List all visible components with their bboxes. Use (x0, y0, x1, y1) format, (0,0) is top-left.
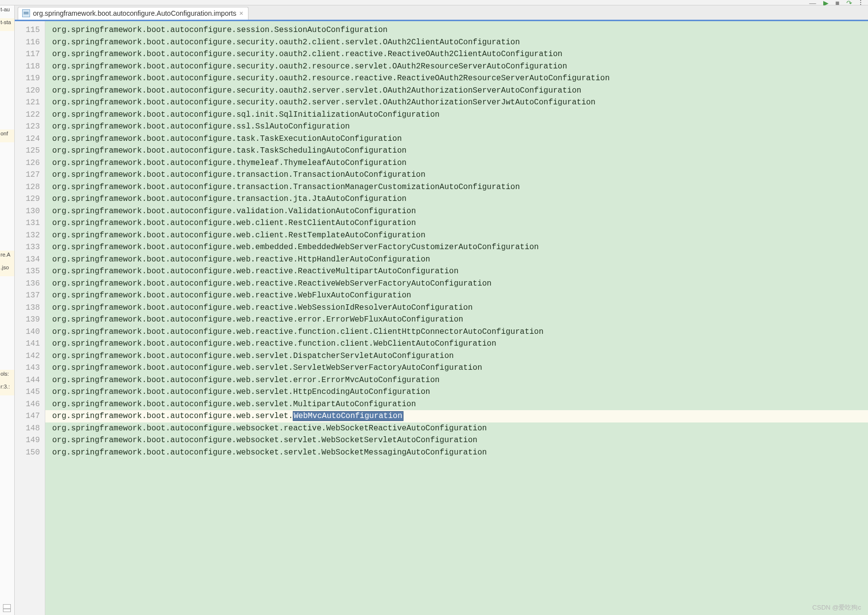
collapse-toggle-icon[interactable]: — (3, 604, 11, 612)
code-line[interactable]: org.springframework.boot.autoconfigure.w… (45, 447, 868, 459)
code-line[interactable]: org.springframework.boot.autoconfigure.w… (45, 422, 868, 435)
project-tree-fragment[interactable] (0, 31, 14, 129)
code-line[interactable]: org.springframework.boot.autoconfigure.w… (45, 338, 868, 350)
line-number[interactable]: 139 (15, 314, 45, 326)
line-number[interactable]: 150 (15, 447, 45, 459)
project-tree-fragment[interactable]: t-sta (0, 18, 14, 31)
code-line[interactable]: org.springframework.boot.autoconfigure.w… (45, 217, 868, 229)
code-line[interactable]: org.springframework.boot.autoconfigure.t… (45, 157, 868, 169)
project-tree-fragment[interactable] (0, 142, 14, 251)
code-line[interactable]: org.springframework.boot.autoconfigure.s… (45, 72, 868, 85)
line-number[interactable]: 134 (15, 254, 45, 266)
project-tree-fragment[interactable]: re.A (0, 251, 14, 263)
code-line[interactable]: org.springframework.boot.autoconfigure.t… (45, 193, 868, 205)
code-line[interactable]: org.springframework.boot.autoconfigure.w… (45, 350, 868, 362)
code-line[interactable]: org.springframework.boot.autoconfigure.w… (45, 386, 868, 398)
sync-icon[interactable]: ↷ (846, 0, 852, 5)
line-number[interactable]: 125 (15, 145, 45, 157)
code-line[interactable]: org.springframework.boot.autoconfigure.s… (45, 36, 868, 49)
code-content[interactable]: org.springframework.boot.autoconfigure.s… (45, 21, 868, 615)
code-line[interactable]: org.springframework.boot.autoconfigure.w… (45, 290, 868, 302)
line-number[interactable]: 130 (15, 205, 45, 218)
run-icon[interactable]: ▶ (823, 0, 829, 5)
code-line[interactable]: org.springframework.boot.autoconfigure.s… (45, 97, 868, 109)
line-number[interactable]: 136 (15, 278, 45, 290)
project-tree-fragment[interactable]: t-au (0, 5, 14, 18)
line-number[interactable]: 132 (15, 229, 45, 242)
code-line[interactable]: org.springframework.boot.autoconfigure.w… (45, 326, 868, 338)
line-number[interactable]: 142 (15, 350, 45, 362)
line-number[interactable]: 126 (15, 157, 45, 169)
line-number[interactable]: 133 (15, 241, 45, 254)
code-line[interactable]: org.springframework.boot.autoconfigure.w… (45, 314, 868, 326)
line-number[interactable]: 135 (15, 265, 45, 278)
editor-tab-active[interactable]: org.springframework.boot.autoconfigure.A… (18, 7, 248, 20)
line-number[interactable]: 119 (15, 72, 45, 85)
code-line[interactable]: org.springframework.boot.autoconfigure.w… (45, 434, 868, 447)
code-line[interactable]: org.springframework.boot.autoconfigure.s… (45, 85, 868, 97)
code-line[interactable]: org.springframework.boot.autoconfigure.t… (45, 145, 868, 157)
code-line[interactable]: org.springframework.boot.autoconfigure.s… (45, 48, 868, 61)
code-line[interactable]: org.springframework.boot.autoconfigure.w… (45, 229, 868, 242)
line-number[interactable]: 120 (15, 85, 45, 97)
code-line[interactable]: org.springframework.boot.autoconfigure.s… (45, 24, 868, 36)
code-line[interactable]: org.springframework.boot.autoconfigure.w… (45, 254, 868, 266)
line-number[interactable]: 144 (15, 374, 45, 387)
line-number[interactable]: 140 (15, 326, 45, 338)
close-icon[interactable]: × (239, 9, 243, 17)
line-number[interactable]: 129 (15, 193, 45, 205)
code-line[interactable]: org.springframework.boot.autoconfigure.w… (45, 278, 868, 290)
project-tree-fragment[interactable]: .jso (0, 263, 14, 276)
line-number[interactable]: 121 (15, 97, 45, 109)
project-tree-fragment[interactable]: onf (0, 129, 14, 142)
project-tool-window[interactable]: t-aut-staonfre.A.jsools:r:3.: — (0, 5, 15, 615)
code-line[interactable]: org.springframework.boot.autoconfigure.s… (45, 121, 868, 133)
code-line[interactable]: org.springframework.boot.autoconfigure.w… (45, 398, 868, 411)
project-tree-fragment[interactable]: ols: (0, 370, 14, 383)
line-number[interactable]: 145 (15, 386, 45, 398)
code-line[interactable]: org.springframework.boot.autoconfigure.v… (45, 205, 868, 218)
more-icon[interactable]: ⠇ (859, 0, 864, 5)
line-number[interactable]: 147 (15, 410, 45, 422)
code-line[interactable]: org.springframework.boot.autoconfigure.w… (45, 374, 868, 387)
project-tree-fragment[interactable] (0, 276, 14, 370)
code-line[interactable]: org.springframework.boot.autoconfigure.s… (45, 109, 868, 121)
line-number[interactable]: 127 (15, 169, 45, 181)
code-line[interactable]: org.springframework.boot.autoconfigure.w… (45, 410, 868, 422)
file-icon (22, 9, 30, 17)
line-number[interactable]: 117 (15, 48, 45, 61)
project-tree-fragment[interactable]: r:3.: (0, 383, 14, 395)
code-line[interactable]: org.springframework.boot.autoconfigure.t… (45, 169, 868, 181)
toolbar-icons: — ▶ ■ ↷ ⠇ (809, 0, 864, 5)
line-number[interactable]: 118 (15, 61, 45, 73)
line-number[interactable]: 149 (15, 434, 45, 447)
line-number[interactable]: 131 (15, 217, 45, 229)
code-line[interactable]: org.springframework.boot.autoconfigure.t… (45, 181, 868, 194)
line-number[interactable]: 141 (15, 338, 45, 350)
line-number[interactable]: 143 (15, 362, 45, 374)
code-line[interactable]: org.springframework.boot.autoconfigure.s… (45, 61, 868, 73)
tab-filename: org.springframework.boot.autoconfigure.A… (33, 9, 236, 17)
code-line[interactable]: org.springframework.boot.autoconfigure.w… (45, 265, 868, 278)
minimize-icon[interactable]: — (809, 0, 816, 5)
text-selection[interactable]: WebMvcAutoConfiguration (293, 412, 403, 421)
editor-area[interactable]: 1151161171181191201211221231241251261271… (15, 21, 868, 615)
line-number[interactable]: 146 (15, 398, 45, 411)
line-number-gutter[interactable]: 1151161171181191201211221231241251261271… (15, 21, 45, 615)
editor-tab-bar[interactable]: org.springframework.boot.autoconfigure.A… (15, 5, 868, 21)
line-number[interactable]: 122 (15, 109, 45, 121)
line-number[interactable]: 148 (15, 422, 45, 435)
line-number[interactable]: 115 (15, 24, 45, 36)
code-line[interactable]: org.springframework.boot.autoconfigure.w… (45, 302, 868, 314)
line-number[interactable]: 137 (15, 290, 45, 302)
code-line[interactable]: org.springframework.boot.autoconfigure.w… (45, 241, 868, 254)
line-number[interactable]: 124 (15, 133, 45, 145)
code-line[interactable]: org.springframework.boot.autoconfigure.w… (45, 362, 868, 374)
line-number[interactable]: 116 (15, 36, 45, 49)
line-number[interactable]: 128 (15, 181, 45, 194)
line-number[interactable]: 123 (15, 121, 45, 133)
toolbar-dot-icon[interactable]: ■ (836, 0, 839, 5)
line-number[interactable]: 138 (15, 302, 45, 314)
watermark-text: CSDN @爱吃狗c (812, 603, 861, 612)
code-line[interactable]: org.springframework.boot.autoconfigure.t… (45, 133, 868, 145)
